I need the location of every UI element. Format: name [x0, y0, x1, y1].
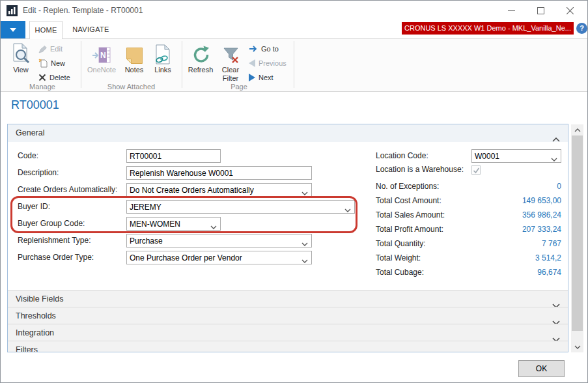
scroll-up-icon[interactable] [571, 124, 583, 135]
next-button[interactable]: Next [249, 72, 273, 83]
total-cost-value: 149 653,00 [457, 194, 561, 208]
exceptions-value: 0 [457, 180, 561, 193]
previous-arrow-icon [249, 59, 255, 67]
view-icon [7, 41, 35, 64]
previous-button: Previous [249, 57, 287, 69]
delete-button[interactable]: Delete [38, 72, 70, 83]
next-arrow-icon [249, 74, 255, 81]
delete-x-icon [38, 74, 46, 81]
application-menu-button[interactable] [1, 21, 25, 38]
group-label-page: Page [187, 83, 291, 91]
help-icon[interactable]: ? [576, 23, 587, 34]
ribbon: View Edit New Delete Manage [1, 38, 587, 92]
section-header-filters[interactable]: Filters [8, 341, 568, 352]
pencil-icon [38, 45, 47, 53]
section-header-visible-fields[interactable]: Visible Fields [8, 290, 568, 307]
ok-button[interactable]: OK [518, 360, 565, 377]
page-title: RT00001 [11, 98, 59, 112]
field-label-total-cubage: Total Cubage: [376, 266, 424, 279]
chevron-down-icon [10, 28, 16, 32]
field-label-location-warehouse: Location is a Warehouse: [376, 163, 464, 177]
code-input[interactable] [126, 149, 221, 163]
group-label-manage: Manage [7, 83, 77, 91]
section-header-thresholds[interactable]: Thresholds [8, 307, 568, 324]
chevron-down-icon [344, 205, 351, 214]
goto-arrow-icon [249, 46, 258, 52]
links-button[interactable]: Links [150, 41, 176, 74]
field-label-replenishment-type: Replenishment Type: [18, 234, 91, 248]
field-label-purchase-order-type: Purchase Order Type: [18, 251, 94, 264]
field-label-total-quantity: Total Quantity: [376, 237, 426, 251]
ribbon-separator [294, 41, 294, 88]
field-label-description: Description: [18, 166, 59, 180]
total-sales-value: 356 986,24 [457, 208, 561, 222]
chevron-down-icon [301, 188, 308, 197]
goto-button[interactable]: Go to [249, 43, 279, 55]
chevron-down-icon [551, 154, 557, 163]
chevron-down-icon [210, 222, 217, 231]
company-badge: CRONUS LS XXXXX W1 Demo - MKL_Vanilla_Ne… [402, 22, 574, 35]
group-label-show-attached: Show Attached [85, 83, 178, 91]
field-label-create-orders: Create Orders Automatically: [18, 183, 117, 197]
field-label-location-code: Location Code: [376, 149, 428, 163]
replenishment-type-select[interactable]: Purchase [126, 234, 312, 248]
location-code-select[interactable]: W0001 [471, 149, 561, 163]
links-icon [150, 41, 176, 64]
total-profit-value: 207 333,24 [457, 223, 561, 236]
edit-button: Edit [38, 43, 63, 55]
close-icon[interactable] [555, 1, 585, 20]
window-title: Edit - Replen. Template - RT00001 [23, 6, 143, 15]
new-document-icon [38, 59, 48, 68]
tab-navigate[interactable]: NAVIGATE [66, 21, 116, 38]
field-label-buyer-id: Buyer ID: [18, 200, 50, 214]
onenote-icon: N [85, 41, 119, 64]
section-header-general[interactable]: General [8, 124, 568, 142]
field-label-total-profit: Total Profit Amount: [376, 223, 443, 236]
new-button[interactable]: New [38, 57, 65, 69]
purchase-order-type-select[interactable]: One Purchase Order per Vendor [126, 251, 312, 264]
description-input[interactable] [126, 166, 312, 180]
clear-filter-icon [216, 41, 245, 64]
total-quantity-value: 7 767 [457, 237, 561, 251]
location-warehouse-checkbox [471, 165, 481, 175]
section-header-integration[interactable]: Integration [8, 324, 568, 341]
field-label-total-sales: Total Sales Amount: [376, 208, 445, 222]
notes-button[interactable]: Notes [121, 41, 147, 74]
total-weight-value: 3 514,2 [457, 251, 561, 265]
minimize-icon[interactable] [497, 1, 526, 20]
create-orders-select[interactable]: Do Not Create Orders Automatically [126, 183, 312, 197]
chevron-down-icon [301, 239, 308, 248]
ribbon-separator [182, 41, 182, 88]
titlebar: Edit - Replen. Template - RT00001 [1, 1, 587, 21]
view-button[interactable]: View [7, 41, 35, 74]
app-window: Edit - Replen. Template - RT00001 HOME N… [0, 0, 588, 383]
field-label-total-cost: Total Cost Amount: [376, 194, 441, 208]
ribbon-separator [81, 41, 81, 88]
refresh-button[interactable]: Refresh [186, 41, 215, 74]
field-label-code: Code: [18, 149, 38, 163]
fasttab-panel: General Code: Description: Create Orders… [7, 124, 568, 352]
chevron-down-icon [301, 256, 308, 265]
field-label-exceptions: No. of Exceptions: [376, 180, 439, 193]
vertical-scrollbar[interactable] [571, 124, 583, 352]
notes-icon [121, 41, 147, 64]
tab-home[interactable]: HOME [29, 21, 63, 39]
check-icon [473, 167, 480, 174]
chevron-down-icon [552, 348, 560, 352]
scroll-down-icon[interactable] [571, 341, 583, 352]
field-label-buyer-group: Buyer Group Code: [18, 217, 85, 231]
onenote-button: N OneNote [85, 41, 119, 74]
window-controls [497, 1, 585, 20]
app-icon [7, 5, 18, 19]
general-fields: Code: Description: Create Orders Automat… [8, 142, 568, 290]
buyer-group-select[interactable]: MEN-WOMEN [126, 217, 221, 231]
field-label-total-weight: Total Weight: [376, 251, 421, 265]
clear-filter-button[interactable]: Clear Filter [216, 41, 245, 83]
svg-text:N: N [100, 51, 106, 60]
scrollbar-thumb[interactable] [572, 135, 583, 331]
maximize-icon[interactable] [526, 1, 555, 20]
total-cubage-value: 96,674 [457, 266, 561, 279]
refresh-icon [186, 41, 215, 64]
buyer-id-select[interactable]: JEREMY [126, 200, 355, 214]
